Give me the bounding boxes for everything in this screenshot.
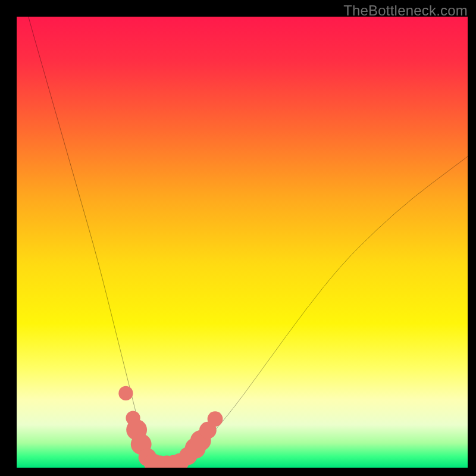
highlight-dot <box>118 386 133 400</box>
highlight-dot <box>208 411 223 427</box>
bottleneck-curve <box>17 17 468 465</box>
watermark-text: TheBottleneck.com <box>343 2 468 19</box>
chart-svg <box>17 17 468 468</box>
chart-frame: TheBottleneck.com <box>0 0 476 476</box>
plot-area <box>17 17 468 468</box>
highlight-dots <box>118 386 223 468</box>
